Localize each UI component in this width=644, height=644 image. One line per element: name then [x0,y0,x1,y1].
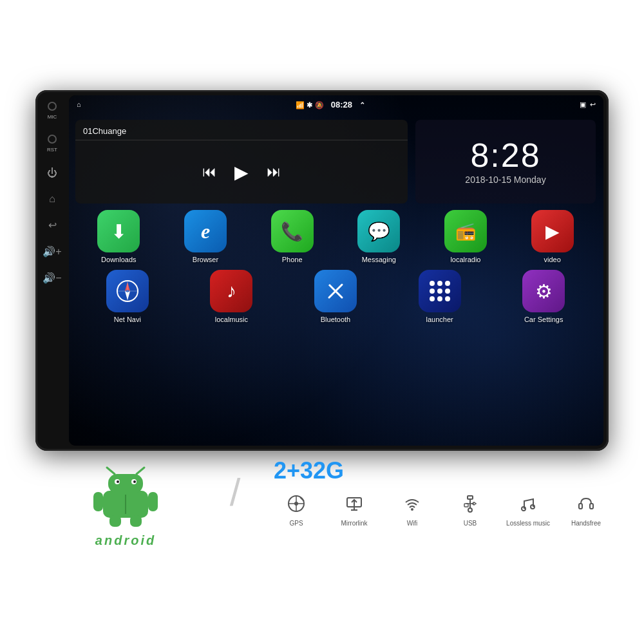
app-icon-video[interactable]: ▶video [524,210,582,263]
music-widget: 01Chuange ⏮ ▶ ⏭ [75,120,408,204]
app-label2-launcher: launcher [426,316,453,323]
android-logo [90,464,161,528]
content-area: 01Chuange ⏮ ▶ ⏭ 8:28 2018-10-15 Monday ⬇… [69,113,603,446]
info-area: 2+32G GPSMirrorlinkWifiUSBLossless music… [254,457,609,527]
app-icon-img-2: 📞 [271,210,314,252]
svg-rect-46 [590,504,593,509]
music-controls: ⏮ ▶ ⏭ [75,140,408,204]
volume-up-button[interactable]: 🔊+ [43,245,61,258]
storage-label: 2+32G [274,457,609,484]
svg-point-11 [430,296,435,301]
music-title: 01Chuange [75,120,408,140]
status-right: ▣ ↩ [580,100,596,109]
play-button[interactable]: ▶ [234,162,249,183]
feature-label-handsfree: Handsfree [571,520,601,527]
feature-wifi: Wifi [390,495,435,527]
widgets-row: 01Chuange ⏮ ▶ ⏭ 8:28 2018-10-15 Monday [75,120,596,204]
svg-rect-25 [130,515,142,527]
android-text: android [95,533,156,548]
feature-usb: USB [448,495,493,527]
app-row-1: ⬇DownloadseBrowser📞Phone💬Messaging📻local… [75,210,596,263]
back-button[interactable]: ↩ [48,219,57,231]
home-button[interactable]: ⌂ [49,193,55,205]
app-icon-localmusic[interactable]: ♪localmusic [202,270,260,323]
svg-rect-40 [464,504,468,507]
svg-point-42 [468,508,472,512]
sim-icon: 🔕 [315,101,324,109]
app-icon-browser[interactable]: eBrowser [176,210,234,263]
feature-label-gps: GPS [289,520,303,527]
feature-icon-wifi [403,495,421,517]
bottom-section: android / 2+32G GPSMirrorlinkWifiUSBLoss… [0,444,644,644]
app-label-messaging: Messaging [362,256,396,263]
svg-point-19 [133,480,136,483]
clock-date: 2018-10-15 Monday [465,175,545,185]
app-icon-net-navi[interactable]: Net Navi [99,270,156,323]
windows-icon: ▣ [580,100,586,109]
app-icon-messaging[interactable]: 💬Messaging [350,210,408,263]
feature-handsfree: Handsfree [564,495,609,527]
feature-lossless-music: Lossless music [506,495,551,527]
feature-label-wifi: Wifi [407,520,418,527]
app-icon-phone[interactable]: 📞Phone [263,210,321,263]
feature-icon-lossless-music [519,495,537,517]
status-bar: ⌂ 📶 ✱ 🔕 08:28 ⌃ ▣ ↩ [69,95,603,113]
svg-point-8 [430,289,435,294]
feature-label-mirrorlink: Mirrorlink [341,520,367,527]
app-icon-localradio[interactable]: 📻localradio [437,210,495,263]
app-label2-car-settings: Car Settings [524,316,564,323]
feature-icon-handsfree [577,495,595,517]
status-left: ⌂ [77,100,81,108]
screen: ⌂ 📶 ✱ 🔕 08:28 ⌃ ▣ ↩ 01Chuan [69,95,603,446]
svg-point-12 [437,296,442,301]
app-label2-localmusic: localmusic [215,316,248,323]
svg-point-7 [445,281,450,286]
app-icon-img2-1: ♪ [210,270,252,312]
app-icon-img-3: 💬 [357,210,400,252]
mic-group: MIC [48,102,57,120]
bluetooth-status-icon: ✱ [307,101,312,109]
rst-circle [48,135,57,144]
device-shell: MIC RST ⏻ ⌂ ↩ 🔊+ 🔊− ⌂ 📶 ✱ 🔕 08:28 [35,90,609,451]
app-label-localradio: localradio [450,256,480,263]
app-icon-car-settings[interactable]: ⚙Car Settings [515,270,573,323]
clock-time: 8:28 [470,138,540,172]
feature-icon-mirrorlink [345,495,363,517]
expand-icon: ⌃ [359,101,365,109]
svg-point-13 [445,296,450,301]
feature-gps: GPS [274,495,319,527]
svg-rect-24 [109,515,121,527]
svg-rect-15 [108,474,143,493]
app-label2-net-navi: Net Navi [114,316,141,323]
clock-widget: 8:28 2018-10-15 Monday [415,120,596,204]
next-button[interactable]: ⏭ [267,164,281,180]
feature-icon-usb [461,495,479,517]
prev-button[interactable]: ⏮ [202,164,216,180]
app-icon-img2-2 [314,270,357,312]
feature-icon-gps [287,495,305,517]
feature-label-lossless-music: Lossless music [506,520,550,527]
app-icon-img2-3 [419,270,461,312]
svg-line-21 [137,468,144,474]
svg-point-30 [294,502,298,506]
rst-group: RST [47,135,57,153]
back-status-icon: ↩ [590,100,596,109]
power-button[interactable]: ⏻ [47,167,57,179]
svg-point-6 [437,281,442,286]
svg-point-9 [437,289,442,294]
mic-label: MIC [48,115,57,120]
svg-line-20 [107,468,115,474]
app-icon-img-0: ⬇ [97,210,140,252]
svg-point-18 [117,480,119,483]
app-icon-img2-4: ⚙ [522,270,565,312]
app-icon-bluetooth[interactable]: Bluetooth [307,270,365,323]
svg-rect-22 [93,492,103,511]
rst-label: RST [47,147,57,153]
svg-rect-23 [148,492,158,511]
app-icon-img-1: e [184,210,227,252]
app-icon-launcher[interactable]: launcher [411,270,469,323]
app-icon-downloads[interactable]: ⬇Downloads [90,210,147,263]
app-row-2: Net Navi♪localmusicBluetoothlauncher⚙Car… [75,270,596,323]
android-area: android [35,457,216,548]
volume-down-button[interactable]: 🔊− [43,272,61,284]
